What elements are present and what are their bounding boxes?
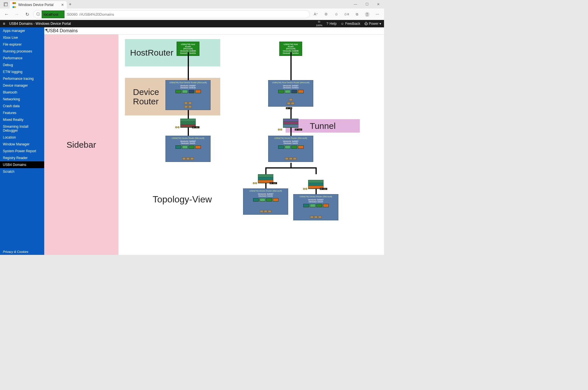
sidebar-item-bluetooth[interactable]: Bluetooth <box>0 89 44 96</box>
sidebar-item-running-processes[interactable]: Running processes <box>0 48 44 55</box>
topology-scrollbar[interactable] <box>117 34 119 255</box>
tab-title: Windows Device Portal <box>18 3 59 7</box>
device-router-left-1[interactable]: USB4(TM) Device Router (Microsoft) Vendo… <box>165 136 211 162</box>
app-title: USB4 Domains - Windows Device Portal <box>9 22 71 26</box>
sidebar-item-usb4-domains[interactable]: USB4 Domains <box>0 161 44 168</box>
zoom-folder-icon: 🗀 <box>318 21 320 23</box>
sidebar-collapse-icon[interactable]: ◀ <box>45 28 47 31</box>
device-router-right-1[interactable]: USB4(TM) Device Router (Microsoft) Vendo… <box>268 136 313 162</box>
sidebar-item-apps-manager[interactable]: Apps manager <box>0 27 44 34</box>
titlebar: Windows Device Portal ✕ + — ☐ ✕ <box>0 0 384 9</box>
sidebar: ◀ Apps managerXbox LiveFile explorerRunn… <box>0 27 44 255</box>
new-tab-button[interactable]: + <box>67 2 74 7</box>
tabs-icon <box>4 2 8 6</box>
help-link[interactable]: ? Help <box>326 22 336 26</box>
sidebar-item-device-manager[interactable]: Device manager <box>0 82 44 89</box>
dp-out-label-right-1: DP OUT <box>295 129 302 131</box>
nav-forward[interactable]: → <box>13 10 21 19</box>
device-router-right-2[interactable]: USB4(TM) Device Router (Microsoft) Vendo… <box>243 188 288 215</box>
browser-chrome: Windows Device Portal ✕ + — ☐ ✕ ← → ↻ ⓘ … <box>0 0 384 20</box>
dp-connector-left-1 <box>175 126 179 128</box>
sidebar-item-system-power-report[interactable]: System Power Report <box>0 148 44 155</box>
sidebar-item-registry-reader[interactable]: Registry Reader <box>0 155 44 161</box>
tab-close-button[interactable]: ✕ <box>61 3 64 7</box>
page-title: USB4 Domains <box>44 27 384 34</box>
window-minimize[interactable]: — <box>350 0 361 9</box>
sidebar-item-streaming-install-debugger[interactable]: Streaming Install Debugger <box>0 123 44 134</box>
zoom-value: 100% <box>316 24 322 27</box>
sidebar-item-debug[interactable]: Debug <box>0 62 44 68</box>
device-router-right-3[interactable]: USB4(TM) Device Router (Microsoft) Vendo… <box>293 194 338 220</box>
url-host: localhost <box>42 11 64 18</box>
more-icon[interactable]: ⋯ <box>373 10 382 19</box>
root-device-router-left[interactable]: USB4(TM) Root Device Router (Microsoft) … <box>165 80 211 110</box>
address-row: ← → ↻ ⓘ localhost:50080/#USB4%20Domains … <box>0 9 384 20</box>
dp-out-label-left-1: DP OUT <box>192 126 199 128</box>
svg-rect-1 <box>5 3 8 6</box>
sidebar-item-features[interactable]: Features <box>0 109 44 116</box>
sidebar-item-window-manager[interactable]: Window Manager <box>0 141 44 148</box>
nav-back[interactable]: ← <box>2 10 11 19</box>
read-aloud-icon[interactable]: A⁺ <box>312 10 320 19</box>
sidebar-item-networking[interactable]: Networking <box>0 96 44 103</box>
power-label: Power ▾ <box>369 22 381 26</box>
address-bar[interactable]: ⓘ localhost:50080/#USB4%20Domains <box>33 10 310 18</box>
sidebar-item-location[interactable]: Location <box>0 134 44 141</box>
feedback-label: Feedback <box>345 22 360 26</box>
power-menu[interactable]: ⏻ Power ▾ <box>364 22 381 26</box>
zoom-icon[interactable]: ⯐ <box>322 10 330 19</box>
content: ◀ Apps managerXbox LiveFile explorerRunn… <box>0 27 384 255</box>
url-port: :50080 <box>66 12 78 17</box>
hamburger-icon[interactable]: ≡ <box>3 21 5 26</box>
zoom-indicator[interactable]: 🗀 100% <box>316 21 322 27</box>
dp-out-label-right-childL: DP OUT <box>270 182 277 184</box>
dp-connector-right-1 <box>278 129 282 131</box>
window-close[interactable]: ✕ <box>373 0 384 9</box>
svg-point-3 <box>366 13 368 15</box>
tabs-button[interactable] <box>2 2 10 6</box>
dp-connector-right-childR <box>303 188 307 190</box>
sidebar-item-etw-logging[interactable]: ETW logging <box>0 68 44 75</box>
adapter-right-tunnel[interactable] <box>283 119 298 128</box>
annot-topology-label: Topology-View <box>153 194 212 205</box>
topology-canvas[interactable]: Sidebar HostRouter Device Router Topolog… <box>44 34 384 255</box>
favorites-list-icon[interactable]: ✩≡ <box>342 10 351 19</box>
window-controls: — ☐ ✕ <box>350 0 384 9</box>
avatar-icon <box>365 12 370 17</box>
help-label: Help <box>330 22 337 26</box>
profile-icon[interactable] <box>363 10 371 19</box>
annot-hostrouter: HostRouter <box>125 39 220 66</box>
dp-connector-right-childL <box>253 182 257 184</box>
sidebar-item-performance[interactable]: Performance <box>0 55 44 62</box>
app-header: ≡ USB4 Domains - Windows Device Portal 🗀… <box>0 20 384 27</box>
sidebar-item-scratch[interactable]: Scratch <box>0 168 44 175</box>
sidebar-item-performance-tracing[interactable]: Performance tracing <box>0 75 44 82</box>
browser-tab[interactable]: Windows Device Portal ✕ <box>10 1 67 9</box>
sidebar-item-mixed-reality[interactable]: Mixed Reality <box>0 116 44 123</box>
annot-sidebar: Sidebar <box>44 34 118 255</box>
privacy-link[interactable]: Privacy & Cookies <box>0 249 44 255</box>
feedback-link[interactable]: ☺ Feedback <box>341 22 360 26</box>
sidebar-item-crash-data[interactable]: Crash data <box>0 103 44 109</box>
favicon-windows-logo <box>13 1 16 9</box>
dp-out-label-right-childR: DP OUT <box>320 188 327 190</box>
sidebar-item-file-explorer[interactable]: File explorer <box>0 41 44 48</box>
main-area: USB4 Domains Sidebar HostRouter Device R… <box>44 27 384 255</box>
url-path: /#USB4%20Domains <box>79 12 114 17</box>
window-maximize[interactable]: ☐ <box>361 0 373 9</box>
sidebar-item-xbox-live[interactable]: Xbox Live <box>0 34 44 41</box>
nav-reload[interactable]: ↻ <box>23 10 31 19</box>
collections-icon[interactable]: ⧉ <box>353 10 361 19</box>
favorite-icon[interactable]: ✩ <box>332 10 341 19</box>
annot-topology-bg <box>118 34 384 255</box>
root-device-router-right[interactable]: USB4(TM) Root Device Router (Microsoft) … <box>268 80 313 107</box>
site-info-icon[interactable]: ⓘ <box>36 12 40 17</box>
